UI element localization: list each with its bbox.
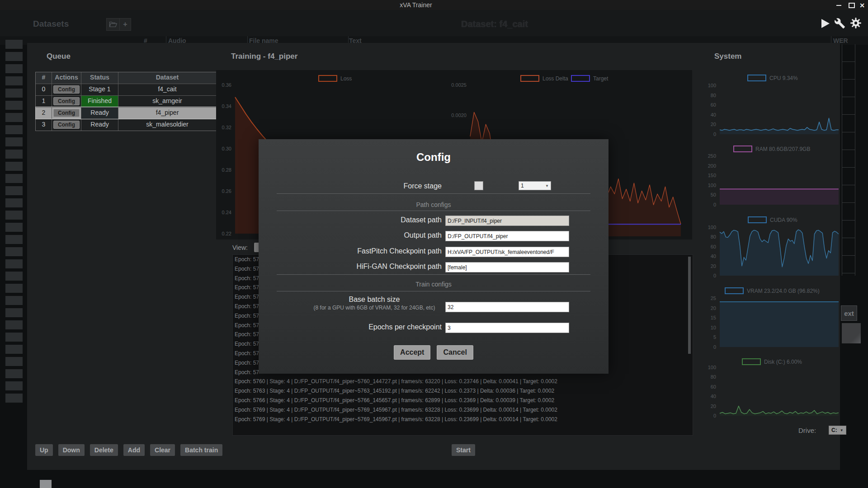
minimize-button[interactable] (835, 2, 842, 9)
svg-text:0.28: 0.28 (222, 167, 231, 173)
minimize-icon (836, 5, 841, 6)
queue-button-clear[interactable]: Clear (150, 444, 175, 456)
train-play-button[interactable] (821, 19, 830, 30)
output-path-label: Output path (259, 231, 442, 239)
svg-text:200: 200 (708, 163, 716, 169)
accept-button[interactable]: Accept (394, 345, 430, 360)
queue-button-down[interactable]: Down (58, 444, 85, 456)
svg-text:0: 0 (713, 344, 716, 350)
queue-button-delete[interactable]: Delete (90, 444, 118, 456)
folder-open-icon (108, 20, 118, 28)
svg-text:0: 0 (713, 131, 716, 137)
svg-text:60: 60 (711, 384, 716, 389)
svg-text:0.0020: 0.0020 (451, 113, 467, 118)
queue-table: #ActionsStatusDataset0ConfigStage 1f4_ca… (35, 72, 217, 131)
config-button[interactable]: Config (53, 109, 80, 117)
chevron-down-icon: ▼ (545, 184, 549, 188)
queue-header-row: #ActionsStatusDataset (36, 72, 216, 84)
svg-text:100: 100 (708, 83, 716, 88)
output-path-input[interactable] (445, 231, 569, 241)
start-button[interactable]: Start (452, 444, 475, 456)
hifigan-checkpoint-input[interactable] (445, 262, 569, 272)
open-folder-button[interactable] (106, 18, 120, 31)
svg-text:20: 20 (711, 404, 716, 409)
config-button[interactable]: Config (53, 97, 80, 105)
queue-row-number: 1 (36, 96, 52, 107)
train-configs-section-title: Train configs (259, 281, 609, 288)
next-button[interactable]: ext (841, 305, 857, 321)
svg-text:100: 100 (708, 365, 716, 370)
queue-actions: UpDownDeleteAddClearBatch train (35, 444, 222, 456)
svg-text:0.36: 0.36 (222, 82, 231, 88)
gear-icon (850, 17, 862, 29)
datasets-title: Datasets (33, 19, 69, 29)
svg-text:80: 80 (711, 234, 716, 239)
svg-text:0.32: 0.32 (222, 125, 231, 130)
queue-row[interactable]: 2ConfigReadyf4_piper (36, 107, 216, 119)
log-line: Epoch: 5769 | Stage: 4 | D:/FP_OUTPUT/f4… (233, 405, 693, 415)
force-stage-select[interactable]: 1▼ (519, 181, 551, 190)
wrench-icon (834, 18, 845, 29)
queue-button-up[interactable]: Up (35, 444, 53, 456)
close-icon: ✕ (859, 2, 865, 9)
queue-row-number: 3 (36, 119, 52, 131)
queue-row[interactable]: 3ConfigReadysk_malesoldier (36, 119, 216, 131)
epochs-per-checkpoint-input[interactable] (445, 323, 569, 333)
fastpitch-checkpoint-input[interactable] (445, 247, 569, 257)
close-button[interactable]: ✕ (859, 2, 866, 9)
svg-text:40: 40 (711, 394, 716, 399)
svg-text:40: 40 (711, 253, 716, 259)
svg-text:80: 80 (711, 374, 716, 380)
modal-title: Config (259, 151, 609, 164)
svg-text:5: 5 (713, 334, 716, 340)
tools-button[interactable] (834, 18, 845, 31)
svg-text:150: 150 (708, 173, 716, 178)
queue-button-batch-train[interactable]: Batch train (180, 444, 222, 456)
config-button[interactable]: Config (53, 85, 80, 94)
svg-text:0: 0 (713, 413, 716, 418)
queue-row-status: Ready (81, 119, 118, 131)
svg-text:80: 80 (711, 93, 716, 98)
svg-text:0.26: 0.26 (222, 188, 231, 194)
add-dataset-button[interactable]: + (119, 18, 131, 31)
svg-text:10: 10 (711, 325, 716, 330)
svg-text:0: 0 (713, 202, 716, 207)
svg-text:20: 20 (711, 263, 716, 269)
maximize-button[interactable] (848, 2, 855, 9)
plus-icon: + (123, 20, 127, 28)
queue-row[interactable]: 1ConfigFinishedsk_arngeir (36, 95, 216, 107)
force-stage-label: Force stage (259, 182, 442, 190)
cuda-chart: 100806040200 (701, 221, 839, 279)
log-line: Epoch: 5763 | Stage: 4 | D:/FP_OUTPUT/f4… (233, 386, 693, 396)
svg-text:100: 100 (708, 225, 716, 230)
queue-row-status: Stage 1 (81, 84, 118, 95)
queue-row-dataset: f4_cait (118, 84, 216, 95)
queue-button-add[interactable]: Add (123, 444, 145, 456)
log-scrollbar[interactable] (688, 257, 691, 354)
queue-row-status: Ready (81, 108, 118, 119)
svg-text:60: 60 (711, 244, 716, 249)
settings-button[interactable] (850, 17, 862, 31)
system-title: System (714, 52, 741, 61)
background-text-area[interactable] (842, 323, 861, 343)
svg-text:0.34: 0.34 (222, 103, 231, 109)
bottom-left-fragment (40, 480, 52, 488)
background-table-rows (842, 44, 855, 276)
log-line: Epoch: 5766 | Stage: 4 | D:/FP_OUTPUT/f4… (233, 396, 693, 405)
svg-text:0.30: 0.30 (222, 146, 231, 151)
config-button[interactable]: Config (53, 121, 80, 129)
svg-text:0: 0 (713, 273, 716, 278)
dataset-path-input[interactable] (445, 216, 569, 226)
queue-row-number: 0 (36, 84, 52, 95)
drive-select[interactable]: C:▼ (829, 426, 846, 435)
svg-text:0.22: 0.22 (222, 231, 231, 236)
cancel-button[interactable]: Cancel (437, 345, 473, 360)
base-batch-size-hint: (8 for a GPU with 6GB of VRAM, 32 for 24… (286, 305, 463, 311)
base-batch-size-input[interactable] (445, 302, 569, 312)
maximize-icon (849, 3, 855, 8)
svg-text:25: 25 (711, 296, 716, 301)
queue-row[interactable]: 0ConfigStage 1f4_cait (36, 84, 216, 95)
force-stage-checkbox[interactable] (474, 181, 483, 190)
svg-text:0.0025: 0.0025 (451, 82, 467, 88)
disk-chart: 100806040200 (701, 361, 839, 419)
